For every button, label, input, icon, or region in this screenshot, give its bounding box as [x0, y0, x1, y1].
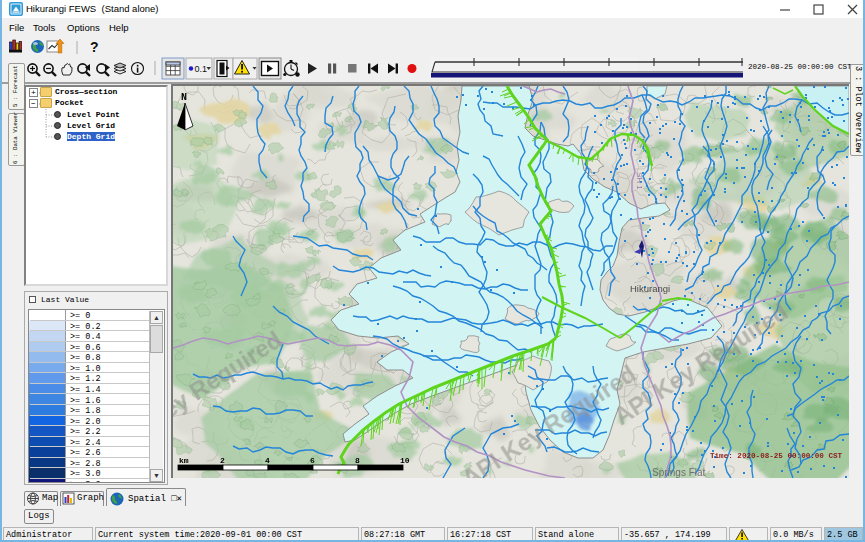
- svg-text:Springs Flat: Springs Flat: [652, 467, 706, 478]
- svg-text:SH 1: SH 1: [635, 172, 644, 190]
- svg-text:?: ?: [90, 39, 99, 55]
- svg-text:6: 6: [310, 456, 315, 465]
- svg-text:Hikurangi: Hikurangi: [630, 283, 670, 294]
- svg-text:0.1: 0.1: [195, 64, 208, 74]
- svg-text:km: km: [179, 456, 189, 465]
- svg-text:2: 2: [220, 456, 225, 465]
- svg-text:2020-08-25 00:00:00 CST: 2020-08-25 00:00:00 CST: [748, 63, 852, 71]
- svg-text:N: N: [181, 92, 187, 103]
- svg-text:10: 10: [400, 456, 410, 465]
- svg-text:8: 8: [355, 456, 360, 465]
- svg-text:4: 4: [265, 456, 270, 465]
- svg-text:Time: 2020-08-25 00:00:00 CST: Time: 2020-08-25 00:00:00 CST: [710, 452, 843, 460]
